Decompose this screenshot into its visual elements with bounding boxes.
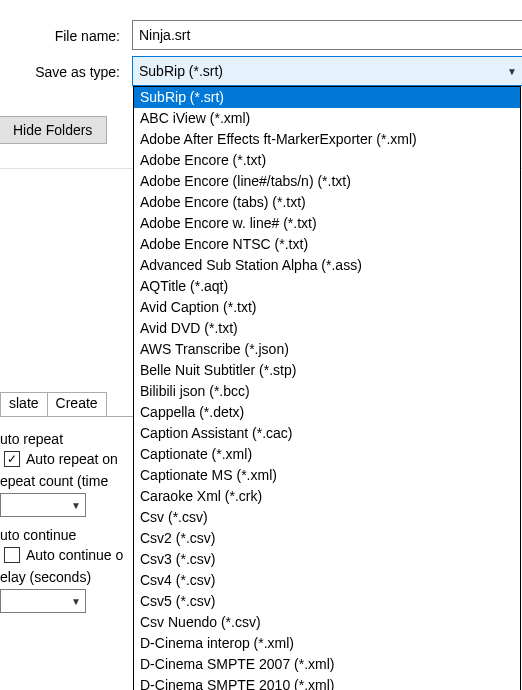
- tab-translate[interactable]: slate: [0, 392, 48, 416]
- save-as-type-selected: SubRip (*.srt): [139, 63, 223, 79]
- dropdown-option[interactable]: Adobe After Effects ft-MarkerExporter (*…: [134, 129, 520, 150]
- dropdown-option[interactable]: Csv2 (*.csv): [134, 528, 520, 549]
- file-name-label: File name:: [0, 28, 120, 44]
- dropdown-option[interactable]: Bilibili json (*.bcc): [134, 381, 520, 402]
- dropdown-option[interactable]: D-Cinema interop (*.xml): [134, 633, 520, 654]
- dropdown-option[interactable]: Adobe Encore (tabs) (*.txt): [134, 192, 520, 213]
- chevron-down-icon: ▼: [71, 500, 81, 511]
- dropdown-option[interactable]: Csv4 (*.csv): [134, 570, 520, 591]
- tabs-row: slate Create: [0, 392, 150, 417]
- dropdown-option[interactable]: Avid DVD (*.txt): [134, 318, 520, 339]
- auto-repeat-checkbox[interactable]: ✓: [4, 451, 20, 467]
- dropdown-option[interactable]: Csv5 (*.csv): [134, 591, 520, 612]
- dropdown-option[interactable]: Csv (*.csv): [134, 507, 520, 528]
- dropdown-option[interactable]: ABC iView (*.xml): [134, 108, 520, 129]
- dropdown-option[interactable]: D-Cinema SMPTE 2010 (*.xml): [134, 675, 520, 690]
- repeat-count-label: epeat count (time: [0, 473, 150, 489]
- dropdown-option[interactable]: Adobe Encore w. line# (*.txt): [134, 213, 520, 234]
- dropdown-option[interactable]: AWS Transcribe (*.json): [134, 339, 520, 360]
- dropdown-option[interactable]: SubRip (*.srt): [134, 87, 520, 108]
- dropdown-option[interactable]: Cappella (*.detx): [134, 402, 520, 423]
- auto-continue-checkbox-label: Auto continue o: [26, 547, 123, 563]
- dropdown-option[interactable]: Advanced Sub Station Alpha (*.ass): [134, 255, 520, 276]
- dropdown-option[interactable]: Csv3 (*.csv): [134, 549, 520, 570]
- dropdown-option[interactable]: Caption Assistant (*.cac): [134, 423, 520, 444]
- repeat-count-select[interactable]: ▼: [0, 493, 86, 517]
- chevron-down-icon: ▼: [71, 596, 81, 607]
- save-as-type-dropdown[interactable]: SubRip (*.srt)ABC iView (*.xml)Adobe Aft…: [133, 86, 521, 690]
- chevron-down-icon: ▼: [507, 66, 517, 77]
- dropdown-option[interactable]: Adobe Encore NTSC (*.txt): [134, 234, 520, 255]
- dropdown-option[interactable]: Caraoke Xml (*.crk): [134, 486, 520, 507]
- dropdown-option[interactable]: Csv Nuendo (*.csv): [134, 612, 520, 633]
- tab-create[interactable]: Create: [47, 392, 107, 416]
- dropdown-option[interactable]: Captionate (*.xml): [134, 444, 520, 465]
- auto-repeat-title: uto repeat: [0, 431, 150, 447]
- dropdown-option[interactable]: Belle Nuit Subtitler (*.stp): [134, 360, 520, 381]
- dropdown-option[interactable]: AQTitle (*.aqt): [134, 276, 520, 297]
- auto-repeat-checkbox-label: Auto repeat on: [26, 451, 118, 467]
- save-as-type-label: Save as type:: [0, 64, 120, 80]
- auto-continue-title: uto continue: [0, 527, 150, 543]
- dropdown-option[interactable]: Adobe Encore (line#/tabs/n) (*.txt): [134, 171, 520, 192]
- delay-seconds-label: elay (seconds): [0, 569, 150, 585]
- save-as-type-combobox[interactable]: SubRip (*.srt) ▼: [132, 56, 522, 86]
- dropdown-option[interactable]: D-Cinema SMPTE 2007 (*.xml): [134, 654, 520, 675]
- delay-seconds-select[interactable]: ▼: [0, 589, 86, 613]
- auto-continue-checkbox[interactable]: [4, 547, 20, 563]
- dropdown-option[interactable]: Avid Caption (*.txt): [134, 297, 520, 318]
- file-name-input[interactable]: [132, 20, 522, 50]
- dropdown-option[interactable]: Adobe Encore (*.txt): [134, 150, 520, 171]
- dropdown-option[interactable]: Captionate MS (*.xml): [134, 465, 520, 486]
- hide-folders-button[interactable]: Hide Folders: [0, 116, 107, 144]
